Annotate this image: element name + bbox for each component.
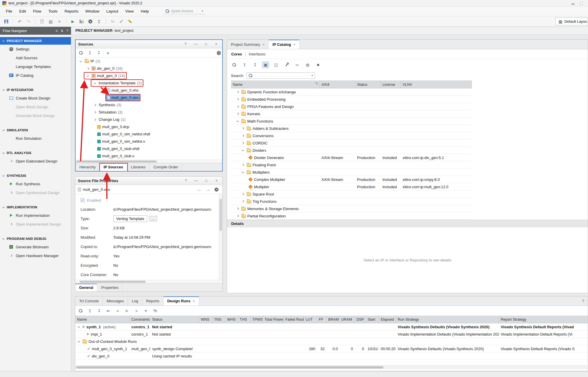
tab-properties[interactable]: Properties [97, 284, 122, 292]
search-button[interactable] [77, 50, 84, 56]
chevron-down-icon[interactable] [93, 83, 97, 84]
search-input[interactable]: ▾ [246, 72, 315, 79]
column-header-axi4[interactable]: AXI4 [320, 81, 355, 88]
run-row[interactable]: Out-of-Context Module Runs [75, 338, 588, 345]
menu-tools[interactable]: Tools [45, 8, 61, 15]
collapse-button[interactable]: ↥ [86, 50, 93, 56]
help-icon[interactable]: ? [182, 177, 189, 184]
minimize-icon[interactable] [571, 2, 575, 4]
menu-flow[interactable]: Flow [29, 8, 45, 15]
close-tab-icon[interactable]: × [193, 299, 195, 303]
save-button[interactable] [2, 18, 10, 25]
column-header-whs[interactable]: WHS [225, 316, 238, 323]
catalog-row[interactable]: Memories & Storage Elements [231, 205, 472, 212]
catalog-row[interactable]: Complex MultiplierAXI4-StreamProductionI… [231, 176, 472, 183]
plus-button[interactable]: + [142, 308, 149, 314]
layout-selector[interactable]: ▦Default Layou [555, 18, 588, 25]
tab-tcl-console[interactable]: Tcl Console [75, 296, 103, 306]
fwd-button[interactable]: » [133, 308, 140, 314]
percent-button[interactable]: % [152, 308, 159, 314]
run-row[interactable]: synth_1(active)constrs_1Not startedVivad… [75, 323, 588, 331]
flownav-section-project-manager[interactable]: PROJECT MANAGER [0, 37, 71, 45]
close-icon[interactable]: × [213, 41, 220, 47]
run-row[interactable]: ✓mult_gen_0_synth_1mult_gen_0synth_desig… [75, 345, 588, 352]
column-header-wns[interactable]: WNS [199, 316, 212, 323]
settings-button[interactable] [213, 186, 220, 193]
sigma-button[interactable]: Σ [95, 18, 103, 25]
scrollbar-thumb[interactable] [220, 199, 222, 231]
column-header-status[interactable]: Status [355, 81, 381, 88]
float-icon[interactable]: □ [203, 41, 209, 47]
close-tab-icon[interactable]: × [262, 42, 265, 47]
column-header-tns[interactable]: TNS [212, 316, 225, 323]
column-header-dsp[interactable]: DSP [355, 316, 366, 323]
chevron-down-icon[interactable] [86, 75, 90, 76]
run-row[interactable]: ✓div_gen_0Using cached IP results [75, 352, 588, 360]
collapse-button[interactable]: ↥ [86, 308, 93, 314]
column-header-ff[interactable]: FF [317, 316, 326, 323]
tree-row[interactable]: Change Log(1) [76, 116, 222, 123]
flownav-item-create-block-design[interactable]: Create Block Design [0, 94, 71, 102]
collapse-button[interactable]: ↥ [241, 62, 248, 68]
column-header-total_power[interactable]: Total Power [263, 316, 283, 323]
chevron-right-icon[interactable] [93, 111, 97, 113]
run-button[interactable]: ▶ [69, 18, 77, 25]
chevron-right-icon[interactable] [241, 128, 245, 129]
menu-view[interactable]: View [122, 8, 137, 15]
tree-row[interactable]: mult_gen_0.veo [76, 94, 222, 101]
column-header-uram[interactable]: URAM [340, 316, 355, 323]
expand-button[interactable]: ↧ [252, 62, 258, 68]
tree-row[interactable]: mult_gen_0_sim_netlist.vhdl [76, 130, 222, 138]
column-header-vlnv[interactable]: VLNV [401, 81, 472, 88]
checkbox-checked-icon[interactable]: ✓ [81, 198, 85, 202]
updown-icon[interactable]: ⇅ [60, 29, 63, 33]
expand-button[interactable]: ↧ [96, 308, 102, 314]
tree-row[interactable]: mult_gen_0(14) [76, 72, 222, 79]
tree-row[interactable]: mult_gen_0_sim_netlist.v [76, 138, 222, 145]
chevron-right-icon[interactable] [235, 208, 240, 210]
subtab-cores[interactable]: Cores [231, 52, 242, 56]
back-button[interactable]: « [114, 308, 121, 314]
catalog-row[interactable]: Square Root [231, 191, 472, 198]
tab-project-summary[interactable]: Project Summary× [227, 40, 269, 49]
chevron-right-icon[interactable] [241, 164, 245, 166]
chevron-right-icon[interactable] [235, 91, 240, 93]
flownav-item-run-implementation[interactable]: Run Implementation [0, 211, 71, 220]
column-header-lut[interactable]: LUT [304, 316, 317, 323]
chevron-right-icon[interactable] [235, 98, 240, 100]
percent-button[interactable]: % [109, 18, 116, 25]
horizontal-scrollbar[interactable] [76, 160, 222, 163]
vertical-scrollbar[interactable] [219, 194, 222, 280]
tree-row[interactable]: Simulation(3) [76, 109, 222, 116]
run-button[interactable]: ▶ [124, 308, 131, 314]
chevron-down-icon[interactable] [76, 341, 81, 342]
column-header-tpws[interactable]: TPWS [250, 316, 263, 323]
chevron-right-icon[interactable] [93, 119, 97, 121]
wand-button[interactable] [126, 18, 134, 25]
help-icon[interactable]: ? [579, 296, 588, 306]
column-header-bram[interactable]: BRAM [326, 316, 340, 323]
plus-button[interactable]: + [105, 50, 111, 56]
chevron-right-icon[interactable] [235, 215, 240, 217]
catalog-row[interactable]: FPGA Features and Design [231, 103, 472, 110]
search-button[interactable] [231, 62, 237, 68]
lines-icon[interactable]: ≡ [55, 29, 58, 33]
redo-button[interactable]: ↷ [25, 18, 32, 25]
tab-ip-catalog[interactable]: IP Catalog× [269, 40, 300, 49]
column-header-license[interactable]: License [381, 81, 401, 88]
quick-access-search[interactable]: Quick Access▾ [163, 8, 206, 14]
column-header-status[interactable]: Status [150, 316, 199, 323]
close-icon[interactable]: × [213, 177, 220, 184]
subtab-interfaces[interactable]: Interfaces [249, 52, 265, 56]
back-button[interactable]: ← [196, 186, 203, 193]
column-header-start[interactable]: Start [366, 316, 379, 323]
menu-window[interactable]: Window [82, 8, 103, 15]
flownav-section-synthesis[interactable]: SYNTHESIS [0, 172, 71, 179]
column-header-failed_routes[interactable]: Failed Routes [283, 316, 304, 323]
menu-edit[interactable]: Edit [16, 8, 29, 15]
catalog-row[interactable]: CORDIC [231, 139, 472, 147]
menu-layout[interactable]: Layout [103, 8, 122, 15]
tab-libraries[interactable]: Libraries [127, 163, 150, 171]
scrollbar-thumb[interactable] [76, 366, 383, 369]
catalog-row[interactable]: Kernels [231, 110, 472, 118]
